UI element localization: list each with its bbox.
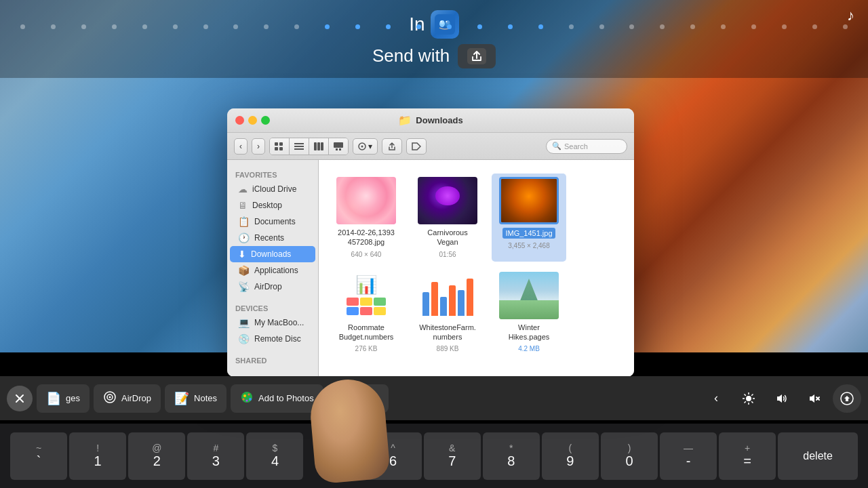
applications-icon: 📦: [238, 265, 250, 276]
flower-thumbnail: [336, 177, 396, 224]
key-4[interactable]: $ 4: [246, 432, 303, 480]
back-button[interactable]: ‹: [234, 138, 248, 155]
sidebar-item-applications[interactable]: 📦 Applications: [230, 262, 315, 279]
tag-button[interactable]: [406, 138, 427, 155]
sidebar-label: iCloud Drive: [252, 184, 296, 194]
sidebar-item-downloads[interactable]: ⬇ Downloads: [230, 246, 315, 262]
touchbar-addphotos-item[interactable]: Add to Photos: [231, 384, 323, 413]
share-button-icon: [458, 44, 496, 68]
action-button[interactable]: ▾: [353, 138, 378, 155]
key-9[interactable]: ( 9: [542, 432, 599, 480]
file-name: WinterHikes.pages: [509, 323, 550, 342]
dot: [569, 24, 574, 29]
numbers-thumbnail: [418, 272, 477, 319]
icon-view-button[interactable]: [270, 138, 290, 155]
instruction-bar: In Send with: [0, 0, 868, 78]
file-thumbnail: [499, 272, 559, 319]
touchbar-more-item[interactable]: ··· More...: [328, 384, 389, 413]
dot: [660, 24, 665, 29]
key-8[interactable]: * 8: [483, 432, 540, 480]
touchbar-pages-item[interactable]: 📄 ges: [37, 384, 90, 413]
sidebar-label: Applications: [254, 266, 298, 275]
key-primary: 7: [448, 453, 456, 469]
dots-decoration: [0, 24, 868, 29]
key-3[interactable]: # 3: [187, 432, 244, 480]
touchbar-mute-button[interactable]: [800, 384, 827, 413]
sidebar-item-icloud[interactable]: ☁ iCloud Drive: [230, 181, 315, 197]
key-2[interactable]: @ 2: [128, 432, 185, 480]
key-6[interactable]: ^ 6: [365, 432, 422, 480]
key-primary: 2: [153, 453, 161, 469]
forward-button[interactable]: ›: [252, 138, 265, 155]
search-box[interactable]: 🔍 Search: [546, 139, 627, 154]
file-item-roommate[interactable]: 📊 RoommateBudget.numbers: [329, 268, 403, 357]
key-backtick[interactable]: ~ `: [10, 432, 67, 480]
file-thumbnail: [336, 177, 396, 224]
svg-rect-9: [279, 142, 283, 146]
dot: [355, 24, 360, 29]
file-item-flower[interactable]: 2014-02-26,1393457208.jpg 640 × 640: [329, 174, 403, 262]
key-symbol: !: [96, 443, 99, 453]
file-item-img1451[interactable]: IMG_1451.jpg 3,455 × 2,468: [492, 174, 566, 262]
minimize-button[interactable]: [248, 116, 257, 125]
touchbar-notes-item[interactable]: 📝 Notes: [165, 384, 226, 413]
key-1[interactable]: ! 1: [69, 432, 126, 480]
svg-point-22: [361, 145, 363, 147]
key-symbol: (: [569, 443, 572, 453]
file-name: CarnivorousVegan: [427, 228, 467, 247]
file-name: IMG_1451.jpg: [502, 228, 555, 239]
touchbar-back-button[interactable]: ‹: [703, 384, 730, 413]
delete-key[interactable]: delete: [778, 432, 858, 480]
airdrop-icon: 📡: [238, 281, 250, 292]
svg-rect-18: [334, 142, 343, 148]
close-button[interactable]: [235, 116, 244, 125]
dot: [20, 24, 25, 29]
key-symbol: —: [684, 443, 693, 453]
dot: [629, 24, 634, 29]
touchbar-brightness-button[interactable]: [735, 384, 762, 413]
file-item-dino[interactable]: CarnivorousVegan 01:56: [410, 174, 485, 262]
documents-icon: 📋: [238, 216, 250, 227]
maximize-button[interactable]: [261, 116, 270, 125]
key-primary: 3: [212, 453, 220, 469]
dot: [142, 24, 147, 29]
finder-window: 📁 Downloads ‹ › ▾: [227, 108, 634, 377]
svg-rect-19: [336, 148, 338, 150]
sidebar-item-remotedisc[interactable]: 💿 Remote Disc: [230, 331, 315, 347]
svg-point-5: [446, 20, 450, 24]
sidebar-label: My MacBoo...: [254, 318, 304, 327]
file-size: 4.2 MB: [518, 345, 540, 352]
sidebar-item-documents[interactable]: 📋 Documents: [230, 214, 315, 230]
dot: [843, 24, 848, 29]
file-size: 889 KB: [437, 345, 459, 352]
touchbar-close-button[interactable]: [7, 386, 33, 411]
key-0[interactable]: ) 0: [601, 432, 658, 480]
dot: [416, 24, 421, 29]
sidebar-item-recents[interactable]: 🕐 Recents: [230, 230, 315, 246]
column-view-button[interactable]: [309, 138, 329, 155]
sidebar-item-macbook[interactable]: 💻 My MacBoo...: [230, 314, 315, 331]
key-equals[interactable]: + =: [719, 432, 776, 480]
finder-body: Favorites ☁ iCloud Drive 🖥 Desktop 📋 Doc…: [227, 160, 634, 377]
touchbar-volume-button[interactable]: [768, 384, 795, 413]
share-toolbar-button[interactable]: [382, 138, 402, 155]
file-item-winter[interactable]: WinterHikes.pages 4.2 MB: [492, 268, 566, 357]
touchbar-airdrop-item[interactable]: AirDrop: [94, 384, 161, 413]
key-7[interactable]: & 7: [424, 432, 481, 480]
svg-line-39: [745, 394, 746, 395]
gallery-view-button[interactable]: [329, 138, 348, 155]
key-primary: -: [686, 453, 691, 469]
touchbar: 📄 ges AirDrop 📝 Notes Add to: [0, 376, 868, 420]
svg-point-31: [243, 398, 245, 400]
list-view-button[interactable]: [290, 138, 309, 155]
sidebar-item-desktop[interactable]: 🖥 Desktop: [230, 197, 315, 214]
cloud-icon: ☁: [238, 184, 248, 195]
touchbar-airplay-button[interactable]: [833, 384, 861, 413]
sidebar-item-airdrop[interactable]: 📡 AirDrop: [230, 279, 315, 295]
more-tb-icon: ···: [337, 391, 347, 405]
music-icon[interactable]: ♪: [847, 7, 854, 24]
key-primary: 9: [566, 453, 574, 469]
shared-section-label: Shared: [227, 352, 318, 367]
file-item-whitestone[interactable]: WhitestoneFarm.numbers 889 KB: [410, 268, 485, 357]
key-minus[interactable]: — -: [660, 432, 717, 480]
